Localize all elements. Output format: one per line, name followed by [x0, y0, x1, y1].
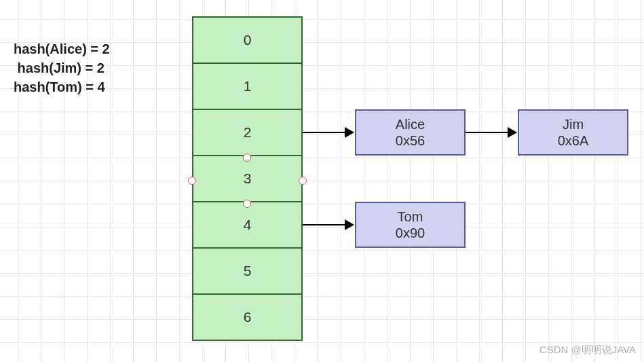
bucket-index: 5 [244, 263, 252, 279]
node-address: 0x6A [558, 132, 589, 149]
bucket-5: 5 [193, 249, 301, 295]
arrow-line [466, 132, 509, 133]
node-name: Alice [396, 116, 425, 132]
bucket-index: 2 [244, 124, 252, 141]
hash-function-label: hash(Alice) = 2 hash(Jim) = 2 hash(Tom) … [14, 39, 110, 96]
node-tom: Tom 0x90 [355, 202, 466, 248]
node-name: Tom [398, 209, 423, 225]
node-alice: Alice 0x56 [355, 109, 466, 156]
node-name: Jim [563, 116, 584, 132]
bucket-0: 0 [193, 18, 301, 64]
arrow-head-icon [345, 219, 354, 230]
arrow-line [303, 224, 346, 225]
bucket-index: 3 [244, 170, 252, 187]
node-address: 0x90 [396, 225, 425, 241]
bucket-2: 2 [193, 110, 301, 156]
selection-handle-icon [243, 200, 251, 208]
bucket-4: 4 [193, 202, 301, 249]
arrow-line [303, 132, 346, 133]
selection-handle-icon [299, 177, 307, 185]
arrow-head-icon [345, 127, 354, 138]
node-address: 0x56 [396, 132, 425, 149]
arrow-head-icon [508, 127, 517, 138]
bucket-index: 4 [244, 217, 252, 233]
hash-line-0: hash(Alice) = 2 [14, 41, 110, 56]
watermark: CSDN @明明说JAVA [539, 344, 636, 357]
selection-handle-icon [188, 177, 196, 185]
bucket-index: 0 [244, 32, 252, 48]
node-jim: Jim 0x6A [518, 109, 628, 156]
bucket-3: 3 [193, 156, 301, 202]
bucket-1: 1 [193, 64, 301, 110]
bucket-index: 6 [244, 309, 252, 325]
selection-handle-icon [243, 153, 251, 162]
bucket-index: 1 [244, 78, 252, 94]
hash-array: 0 1 2 3 4 5 6 [192, 16, 303, 341]
bucket-6: 6 [193, 295, 301, 341]
hash-line-2: hash(Tom) = 4 [14, 79, 105, 94]
hash-line-1: hash(Jim) = 2 [14, 60, 105, 75]
